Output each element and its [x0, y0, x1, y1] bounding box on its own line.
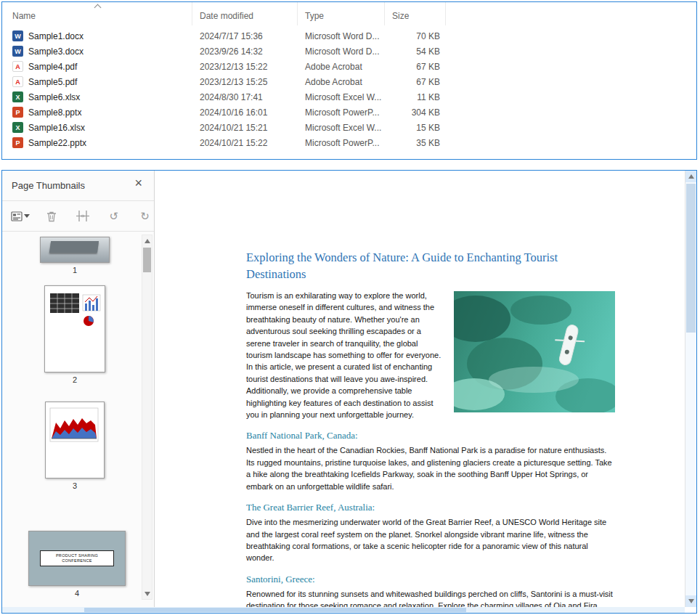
- file-list: W Sample1.docx 2024/7/17 15:36 Microsoft…: [2, 28, 696, 150]
- crop-icon: [76, 211, 89, 221]
- crop-pages-button[interactable]: [74, 208, 92, 225]
- section-body-great-barrier-reef: Dive into the mesmerizing underwater wor…: [246, 516, 615, 564]
- column-label: Date modified: [200, 11, 253, 21]
- file-date: 2024/10/21 15:22: [192, 138, 298, 148]
- rotate-left-button[interactable]: ↺: [105, 208, 123, 225]
- intro-paragraph: Tourism is an exhilarating way to explor…: [246, 290, 615, 420]
- pdf-file-icon: A: [12, 61, 23, 72]
- file-size: 15 KB: [385, 123, 446, 133]
- document-vertical-scrollbar[interactable]: [685, 171, 696, 607]
- thumbnail-table-chart-graphic: [45, 286, 105, 372]
- file-date: 2024/10/21 15:21: [192, 123, 298, 133]
- file-date: 2023/9/26 14:32: [192, 46, 298, 57]
- scrollbar-thumb[interactable]: [84, 608, 466, 612]
- section-heading-santorini: Santorini, Greece:: [246, 574, 615, 585]
- file-row-sample3-docx[interactable]: W Sample3.docx 2023/9/26 14:32 Microsoft…: [2, 44, 696, 59]
- thumbnails-scrollbar[interactable]: [142, 235, 152, 600]
- page-number-label: 3: [45, 481, 105, 490]
- scroll-down-icon[interactable]: [685, 595, 696, 607]
- file-date: 2023/12/13 15:25: [192, 77, 298, 87]
- powerpoint-file-icon: P: [12, 107, 23, 118]
- excel-file-icon: X: [12, 91, 23, 102]
- word-file-icon: W: [12, 30, 23, 41]
- file-name: Sample3.docx: [28, 46, 192, 57]
- file-type: Microsoft Excel W...: [298, 123, 385, 133]
- close-icon[interactable]: ×: [134, 176, 142, 190]
- file-type: Microsoft Excel W...: [298, 92, 385, 102]
- pdf-viewer-window: Page Thumbnails × ↺ ↻ 1: [1, 170, 697, 614]
- file-size: 54 KB: [385, 46, 446, 57]
- file-row-sample1-docx[interactable]: W Sample1.docx 2024/7/17 15:36 Microsoft…: [2, 28, 696, 44]
- column-header-row: Name Date modified Type Size: [2, 2, 696, 25]
- file-explorer-window: Name Date modified Type Size W Sample1.d…: [1, 1, 697, 160]
- file-type: Microsoft Word D...: [298, 31, 385, 41]
- intro-text: Tourism is an exhilarating way to explor…: [246, 291, 441, 419]
- word-file-icon: W: [12, 46, 23, 57]
- rotate-right-button[interactable]: ↻: [136, 208, 154, 225]
- file-size: 67 KB: [385, 62, 446, 72]
- thumbnail-page-2[interactable]: [44, 285, 105, 372]
- file-type: Microsoft Word D...: [298, 46, 385, 57]
- file-date: 2024/10/16 16:01: [192, 107, 298, 118]
- rotate-cw-icon: ↻: [140, 210, 150, 223]
- file-size: 35 KB: [385, 138, 446, 148]
- file-name: Sample16.xlsx: [28, 123, 192, 133]
- document-horizontal-scrollbar[interactable]: [2, 607, 685, 613]
- scroll-up-icon[interactable]: [685, 171, 696, 182]
- document-title: Exploring the Wonders of Nature: A Guide…: [246, 249, 574, 282]
- file-name: Sample4.pdf: [28, 62, 192, 72]
- file-size: 11 KB: [385, 92, 446, 102]
- document-content: Exploring the Wonders of Nature: A Guide…: [246, 249, 615, 607]
- scroll-down-icon[interactable]: [142, 588, 152, 599]
- powerpoint-file-icon: P: [12, 137, 23, 148]
- file-date: 2024/8/30 17:41: [192, 92, 298, 102]
- file-size: 304 KB: [385, 107, 446, 118]
- page-number-label: 2: [44, 375, 105, 384]
- file-row-sample6-xlsx[interactable]: X Sample6.xlsx 2024/8/30 17:41 Microsoft…: [2, 89, 696, 105]
- pdf-file-icon: A: [12, 76, 23, 87]
- column-label: Size: [392, 11, 409, 21]
- file-type: Microsoft PowerP...: [298, 107, 385, 118]
- scrollbar-thumb[interactable]: [143, 248, 151, 272]
- thumbnail-list: 1 2: [2, 232, 140, 601]
- file-row-sample4-pdf[interactable]: A Sample4.pdf 2023/12/13 15:22 Adobe Acr…: [2, 59, 696, 74]
- chevron-down-icon: [24, 214, 30, 218]
- scrollbar-thumb[interactable]: [686, 184, 696, 333]
- document-page: Exploring the Wonders of Nature: A Guide…: [155, 171, 685, 607]
- file-type: Adobe Acrobat: [298, 62, 385, 72]
- file-row-sample5-pdf[interactable]: A Sample5.pdf 2023/12/13 15:25 Adobe Acr…: [2, 74, 696, 89]
- scroll-up-icon[interactable]: [142, 235, 152, 246]
- file-row-sample22-pptx[interactable]: P Sample22.pptx 2024/10/21 15:22 Microso…: [2, 135, 696, 150]
- file-size: 67 KB: [385, 77, 446, 87]
- section-heading-great-barrier-reef: The Great Barrier Reef, Australia:: [246, 502, 615, 513]
- coral-reef-kayak-image: [454, 291, 615, 412]
- column-header-date-modified[interactable]: Date modified: [192, 2, 298, 25]
- file-name: Sample8.pptx: [28, 107, 192, 118]
- page-thumbnails-panel: Page Thumbnails × ↺ ↻ 1: [2, 171, 155, 607]
- thumbnail-page-3[interactable]: [45, 402, 105, 478]
- file-name: Sample1.docx: [28, 31, 192, 41]
- trash-icon: [46, 211, 57, 222]
- excel-file-icon: X: [12, 122, 23, 133]
- file-row-sample16-xlsx[interactable]: X Sample16.xlsx 2024/10/21 15:21 Microso…: [2, 120, 696, 135]
- section-heading-banff: Banff National Park, Canada:: [246, 430, 615, 441]
- column-label: Type: [305, 11, 324, 21]
- delete-pages-button[interactable]: [43, 208, 61, 225]
- options-menu-button[interactable]: [11, 208, 30, 225]
- file-row-sample8-pptx[interactable]: P Sample8.pptx 2024/10/16 16:01 Microsof…: [2, 105, 696, 120]
- file-type: Adobe Acrobat: [298, 77, 385, 87]
- column-header-size[interactable]: Size: [385, 2, 446, 25]
- page-number-label: 1: [40, 266, 110, 274]
- section-body-banff: Nestled in the heart of the Canadian Roc…: [246, 444, 615, 492]
- thumbnail-page-4[interactable]: PRODUCT SHARING CONFERENCE: [28, 531, 126, 586]
- file-date: 2023/12/13 15:22: [192, 62, 298, 72]
- section-body-santorini: Renowned for its stunning sunsets and wh…: [246, 588, 615, 607]
- file-name: Sample22.pptx: [28, 138, 192, 148]
- options-icon: [11, 211, 23, 222]
- thumbnail-page-1[interactable]: [40, 237, 110, 263]
- slide-title-box: PRODUCT SHARING CONFERENCE: [40, 550, 114, 567]
- thumbnails-toolbar: ↺ ↻: [2, 201, 154, 232]
- column-header-type[interactable]: Type: [298, 2, 385, 25]
- file-date: 2024/7/17 15:36: [192, 31, 298, 41]
- panel-header: Page Thumbnails ×: [2, 171, 154, 201]
